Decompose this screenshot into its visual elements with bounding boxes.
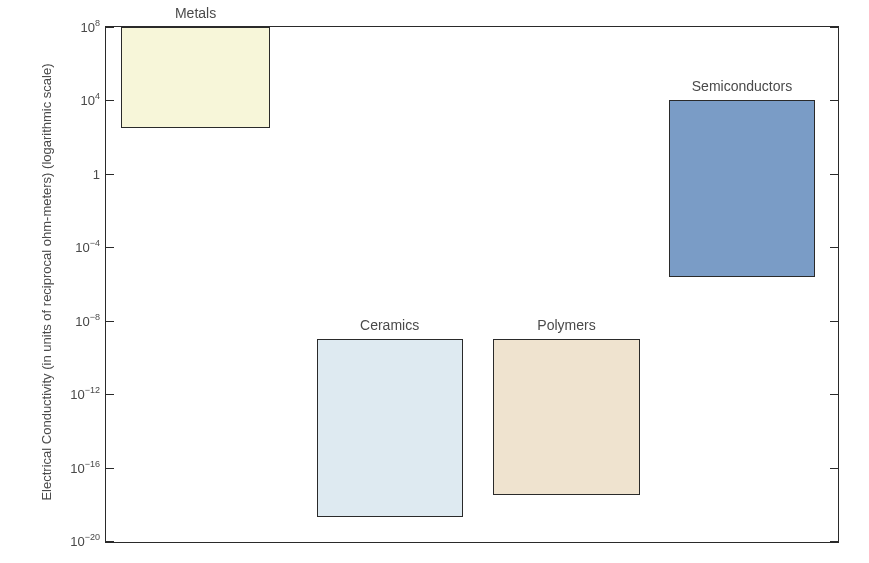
y-tick [830,468,838,469]
y-tick-label: 1 [93,166,106,181]
chart-container: Electrical Conductivity (in units of rec… [0,0,869,563]
range-block-metals [121,27,271,128]
y-tick [830,541,838,542]
y-tick-label: 108 [81,20,106,35]
y-tick [106,100,114,101]
block-label-metals: Metals [175,5,216,21]
y-tick-label: 10−8 [75,313,106,328]
block-label-semiconductors: Semiconductors [692,78,792,94]
y-tick [106,468,114,469]
y-tick [830,321,838,322]
block-label-polymers: Polymers [537,317,595,333]
y-tick-label: 10−12 [70,387,106,402]
range-block-polymers [493,339,639,495]
y-tick [830,174,838,175]
y-tick [830,100,838,101]
y-tick-label: 10−20 [70,534,106,549]
y-tick-label: 10−16 [70,460,106,475]
y-tick [106,27,114,28]
y-tick [106,174,114,175]
range-block-ceramics [317,339,463,517]
y-tick-label: 10−4 [75,240,106,255]
block-label-ceramics: Ceramics [360,317,419,333]
y-tick-label: 104 [81,93,106,108]
y-tick [106,541,114,542]
plot-area: 108104110−410−810−1210−1610−20MetalsCera… [105,26,839,543]
y-tick [830,27,838,28]
y-tick [106,394,114,395]
y-tick [106,321,114,322]
y-tick [830,247,838,248]
y-tick [106,247,114,248]
range-block-semiconductors [669,100,815,276]
y-tick [830,394,838,395]
y-axis-label: Electrical Conductivity (in units of rec… [39,63,54,500]
